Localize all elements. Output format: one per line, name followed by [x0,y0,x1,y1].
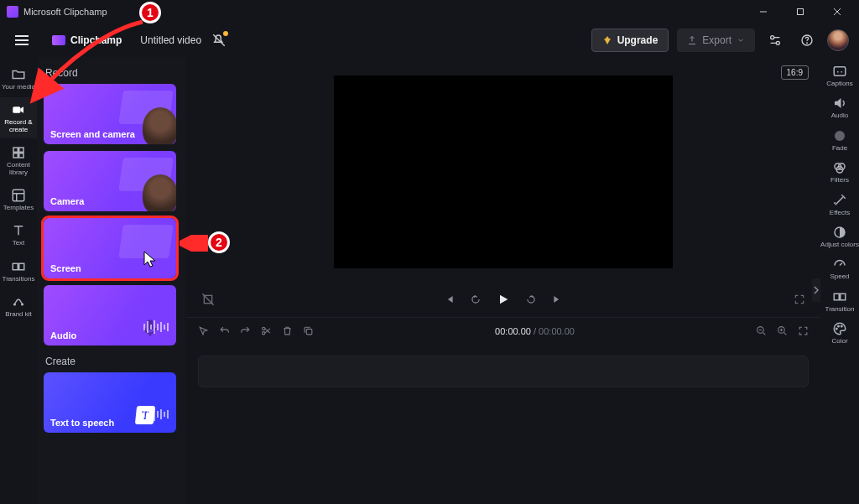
prop-speed[interactable]: Speed [820,257,859,280]
notifications-muted-icon[interactable] [211,33,226,48]
undo-button[interactable] [219,325,230,336]
timeline-area[interactable] [186,344,820,504]
svg-rect-15 [13,153,18,158]
aspect-ratio-selector[interactable]: 16:9 [781,65,809,80]
svg-rect-52 [834,294,839,300]
svg-rect-46 [834,67,846,76]
select-tool-icon[interactable] [198,325,209,336]
mouse-cursor-icon [143,251,157,268]
zoom-fit-button[interactable] [798,325,809,336]
svg-point-54 [836,328,838,330]
nav-transitions[interactable]: Transitions [0,254,37,288]
window-maximize-button[interactable] [782,0,819,23]
redo-button[interactable] [240,325,251,336]
step-forward-button[interactable] [525,294,537,305]
upgrade-button[interactable]: Upgrade [591,29,669,52]
svg-rect-14 [19,148,23,152]
prop-fade[interactable]: Fade [820,128,859,152]
card-camera[interactable]: Camera [44,151,176,211]
svg-rect-16 [19,153,23,158]
svg-line-7 [213,34,225,46]
skip-start-button[interactable] [443,294,455,305]
templates-icon [11,188,26,203]
settings-link-button[interactable] [763,29,787,52]
svg-rect-53 [841,294,846,300]
svg-point-8 [771,36,774,39]
split-button[interactable] [261,325,272,336]
transition-icon [832,289,847,304]
step-back-button[interactable] [470,294,482,305]
svg-point-41 [263,327,265,330]
speaker-icon [832,96,847,111]
nav-brand-kit[interactable]: Brand kit [0,289,37,323]
transport-controls [186,282,820,317]
svg-rect-12 [13,107,20,114]
svg-point-20 [14,304,16,305]
captions-icon [832,64,847,79]
prop-color[interactable]: Color [820,321,859,345]
right-properties-rail: Captions Audio Fade Filters Effects Adju… [820,57,859,504]
library-icon [11,145,26,160]
export-label: Export [702,34,731,46]
waveform-icon [143,406,173,423]
zoom-out-button[interactable] [756,325,767,336]
nav-text[interactable]: Text [0,218,37,252]
person-thumbnail-icon [143,174,176,211]
prop-transition[interactable]: Transition [820,289,859,313]
svg-point-55 [838,325,840,327]
duplicate-button[interactable] [303,325,314,336]
fullscreen-button[interactable] [794,294,805,305]
adjust-icon [832,225,847,240]
svg-rect-13 [13,148,18,152]
svg-point-9 [776,41,779,44]
right-panel-collapse-toggle[interactable] [812,278,820,302]
app-title: Microsoft Clipchamp [23,7,107,17]
chevron-down-icon [737,36,745,44]
app-logo-icon [7,6,18,18]
crop-disabled-icon [201,293,215,306]
zoom-in-button[interactable] [777,325,788,336]
prop-filters[interactable]: Filters [820,160,859,184]
prop-adjust-colors[interactable]: Adjust colors [820,225,859,248]
svg-point-11 [807,43,808,44]
svg-point-21 [22,304,23,305]
card-audio[interactable]: Audio [44,285,176,346]
svg-rect-17 [13,190,24,201]
svg-rect-19 [19,263,24,270]
help-button[interactable] [795,29,819,52]
folder-icon [11,67,26,82]
svg-rect-1 [798,9,804,15]
window-close-button[interactable] [819,0,856,23]
prop-effects[interactable]: Effects [820,193,859,216]
window-minimize-button[interactable] [745,0,782,23]
prop-captions[interactable]: Captions [820,64,859,87]
video-preview-canvas[interactable] [334,75,673,268]
user-avatar[interactable] [827,29,849,51]
diamond-icon [602,35,612,45]
timecode-display: 00:00.00 / 00:00.00 [495,326,575,336]
card-text-to-speech[interactable]: T Text to speech [44,372,176,433]
nav-content-library[interactable]: Content library [0,140,37,181]
record-create-panel: Record Screen and camera Camera Screen A… [37,57,186,504]
svg-point-42 [263,332,265,335]
export-button[interactable]: Export [677,29,755,52]
annotation-arrow-1 [25,17,151,109]
svg-point-47 [835,131,845,141]
play-button[interactable] [497,293,510,306]
svg-rect-18 [13,263,18,270]
video-camera-icon [11,102,26,117]
card-screen[interactable]: Screen [44,218,176,278]
filters-icon [832,160,847,175]
color-icon [832,321,847,336]
upload-icon [687,35,697,45]
delete-button[interactable] [282,325,293,336]
svg-point-56 [841,325,843,327]
skip-end-button[interactable] [552,294,564,305]
nav-templates[interactable]: Templates [0,183,37,216]
prop-audio[interactable]: Audio [820,96,859,119]
timeline-empty-track[interactable] [198,356,809,387]
preview-area: 16:9 [186,57,820,504]
left-nav-rail: Your media Record & create Content libra… [0,57,37,504]
annotation-badge-2: 2 [208,231,230,253]
transitions-icon [11,259,26,274]
